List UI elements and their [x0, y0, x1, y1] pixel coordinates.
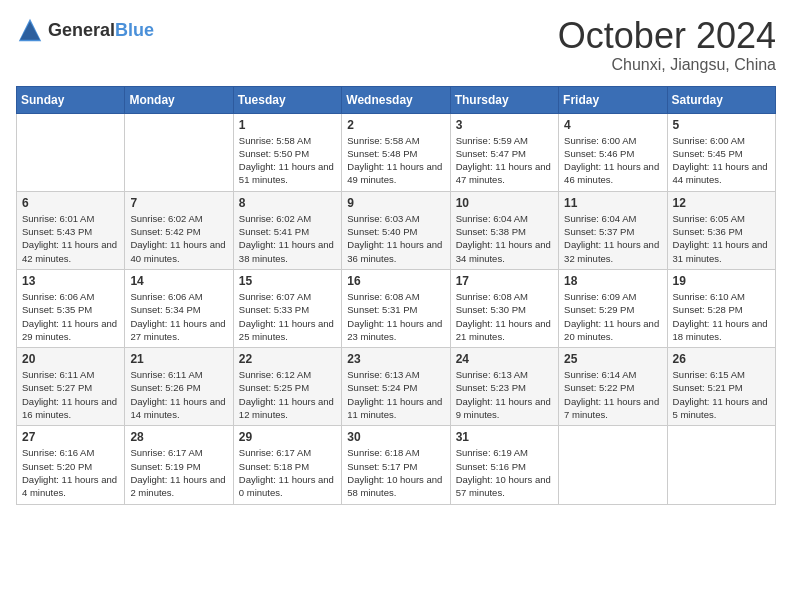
week-row-5: 27Sunrise: 6:16 AMSunset: 5:20 PMDayligh… — [17, 426, 776, 504]
day-number: 15 — [239, 274, 336, 288]
day-info: Sunrise: 6:15 AMSunset: 5:21 PMDaylight:… — [673, 368, 770, 421]
day-info: Sunrise: 6:01 AMSunset: 5:43 PMDaylight:… — [22, 212, 119, 265]
location-subtitle: Chunxi, Jiangsu, China — [558, 56, 776, 74]
day-number: 23 — [347, 352, 444, 366]
day-info: Sunrise: 6:04 AMSunset: 5:38 PMDaylight:… — [456, 212, 553, 265]
day-info: Sunrise: 6:13 AMSunset: 5:23 PMDaylight:… — [456, 368, 553, 421]
table-row — [125, 113, 233, 191]
table-row: 15Sunrise: 6:07 AMSunset: 5:33 PMDayligh… — [233, 269, 341, 347]
day-number: 11 — [564, 196, 661, 210]
day-number: 29 — [239, 430, 336, 444]
day-info: Sunrise: 6:19 AMSunset: 5:16 PMDaylight:… — [456, 446, 553, 499]
table-row: 18Sunrise: 6:09 AMSunset: 5:29 PMDayligh… — [559, 269, 667, 347]
day-info: Sunrise: 6:17 AMSunset: 5:18 PMDaylight:… — [239, 446, 336, 499]
table-row: 14Sunrise: 6:06 AMSunset: 5:34 PMDayligh… — [125, 269, 233, 347]
day-number: 30 — [347, 430, 444, 444]
table-row: 19Sunrise: 6:10 AMSunset: 5:28 PMDayligh… — [667, 269, 775, 347]
table-row: 11Sunrise: 6:04 AMSunset: 5:37 PMDayligh… — [559, 191, 667, 269]
month-title: October 2024 — [558, 16, 776, 56]
day-info: Sunrise: 6:06 AMSunset: 5:35 PMDaylight:… — [22, 290, 119, 343]
day-info: Sunrise: 6:05 AMSunset: 5:36 PMDaylight:… — [673, 212, 770, 265]
week-row-3: 13Sunrise: 6:06 AMSunset: 5:35 PMDayligh… — [17, 269, 776, 347]
day-number: 25 — [564, 352, 661, 366]
table-row: 9Sunrise: 6:03 AMSunset: 5:40 PMDaylight… — [342, 191, 450, 269]
day-number: 2 — [347, 118, 444, 132]
col-monday: Monday — [125, 86, 233, 113]
day-info: Sunrise: 6:02 AMSunset: 5:42 PMDaylight:… — [130, 212, 227, 265]
day-info: Sunrise: 6:00 AMSunset: 5:46 PMDaylight:… — [564, 134, 661, 187]
table-row: 31Sunrise: 6:19 AMSunset: 5:16 PMDayligh… — [450, 426, 558, 504]
col-wednesday: Wednesday — [342, 86, 450, 113]
day-info: Sunrise: 6:10 AMSunset: 5:28 PMDaylight:… — [673, 290, 770, 343]
calendar-header-row: Sunday Monday Tuesday Wednesday Thursday… — [17, 86, 776, 113]
table-row: 27Sunrise: 6:16 AMSunset: 5:20 PMDayligh… — [17, 426, 125, 504]
day-number: 9 — [347, 196, 444, 210]
logo: GeneralBlue — [16, 16, 154, 44]
day-info: Sunrise: 6:14 AMSunset: 5:22 PMDaylight:… — [564, 368, 661, 421]
calendar-table: Sunday Monday Tuesday Wednesday Thursday… — [16, 86, 776, 505]
day-number: 21 — [130, 352, 227, 366]
day-info: Sunrise: 6:08 AMSunset: 5:30 PMDaylight:… — [456, 290, 553, 343]
day-info: Sunrise: 6:16 AMSunset: 5:20 PMDaylight:… — [22, 446, 119, 499]
table-row: 13Sunrise: 6:06 AMSunset: 5:35 PMDayligh… — [17, 269, 125, 347]
day-info: Sunrise: 6:18 AMSunset: 5:17 PMDaylight:… — [347, 446, 444, 499]
table-row: 3Sunrise: 5:59 AMSunset: 5:47 PMDaylight… — [450, 113, 558, 191]
day-info: Sunrise: 6:03 AMSunset: 5:40 PMDaylight:… — [347, 212, 444, 265]
day-number: 10 — [456, 196, 553, 210]
week-row-4: 20Sunrise: 6:11 AMSunset: 5:27 PMDayligh… — [17, 348, 776, 426]
day-number: 31 — [456, 430, 553, 444]
table-row: 25Sunrise: 6:14 AMSunset: 5:22 PMDayligh… — [559, 348, 667, 426]
day-number: 3 — [456, 118, 553, 132]
day-info: Sunrise: 6:13 AMSunset: 5:24 PMDaylight:… — [347, 368, 444, 421]
col-tuesday: Tuesday — [233, 86, 341, 113]
day-number: 22 — [239, 352, 336, 366]
day-info: Sunrise: 6:04 AMSunset: 5:37 PMDaylight:… — [564, 212, 661, 265]
day-info: Sunrise: 6:09 AMSunset: 5:29 PMDaylight:… — [564, 290, 661, 343]
day-info: Sunrise: 6:17 AMSunset: 5:19 PMDaylight:… — [130, 446, 227, 499]
table-row: 8Sunrise: 6:02 AMSunset: 5:41 PMDaylight… — [233, 191, 341, 269]
table-row — [667, 426, 775, 504]
day-info: Sunrise: 6:11 AMSunset: 5:27 PMDaylight:… — [22, 368, 119, 421]
logo-icon — [16, 16, 44, 44]
day-number: 20 — [22, 352, 119, 366]
day-info: Sunrise: 6:00 AMSunset: 5:45 PMDaylight:… — [673, 134, 770, 187]
page-header: GeneralBlue October 2024 Chunxi, Jiangsu… — [16, 16, 776, 74]
day-info: Sunrise: 5:58 AMSunset: 5:50 PMDaylight:… — [239, 134, 336, 187]
day-number: 26 — [673, 352, 770, 366]
day-number: 12 — [673, 196, 770, 210]
table-row — [559, 426, 667, 504]
col-thursday: Thursday — [450, 86, 558, 113]
day-number: 17 — [456, 274, 553, 288]
day-number: 8 — [239, 196, 336, 210]
table-row: 1Sunrise: 5:58 AMSunset: 5:50 PMDaylight… — [233, 113, 341, 191]
table-row: 4Sunrise: 6:00 AMSunset: 5:46 PMDaylight… — [559, 113, 667, 191]
table-row: 28Sunrise: 6:17 AMSunset: 5:19 PMDayligh… — [125, 426, 233, 504]
day-number: 27 — [22, 430, 119, 444]
day-info: Sunrise: 6:11 AMSunset: 5:26 PMDaylight:… — [130, 368, 227, 421]
day-number: 24 — [456, 352, 553, 366]
table-row: 2Sunrise: 5:58 AMSunset: 5:48 PMDaylight… — [342, 113, 450, 191]
table-row: 29Sunrise: 6:17 AMSunset: 5:18 PMDayligh… — [233, 426, 341, 504]
logo-general: GeneralBlue — [48, 20, 154, 41]
day-info: Sunrise: 6:08 AMSunset: 5:31 PMDaylight:… — [347, 290, 444, 343]
table-row: 7Sunrise: 6:02 AMSunset: 5:42 PMDaylight… — [125, 191, 233, 269]
table-row: 26Sunrise: 6:15 AMSunset: 5:21 PMDayligh… — [667, 348, 775, 426]
table-row: 17Sunrise: 6:08 AMSunset: 5:30 PMDayligh… — [450, 269, 558, 347]
table-row: 6Sunrise: 6:01 AMSunset: 5:43 PMDaylight… — [17, 191, 125, 269]
table-row: 23Sunrise: 6:13 AMSunset: 5:24 PMDayligh… — [342, 348, 450, 426]
table-row — [17, 113, 125, 191]
svg-marker-1 — [20, 22, 40, 40]
title-block: October 2024 Chunxi, Jiangsu, China — [558, 16, 776, 74]
table-row: 10Sunrise: 6:04 AMSunset: 5:38 PMDayligh… — [450, 191, 558, 269]
day-number: 19 — [673, 274, 770, 288]
day-number: 14 — [130, 274, 227, 288]
day-number: 16 — [347, 274, 444, 288]
day-number: 1 — [239, 118, 336, 132]
day-info: Sunrise: 5:58 AMSunset: 5:48 PMDaylight:… — [347, 134, 444, 187]
col-friday: Friday — [559, 86, 667, 113]
col-saturday: Saturday — [667, 86, 775, 113]
table-row: 30Sunrise: 6:18 AMSunset: 5:17 PMDayligh… — [342, 426, 450, 504]
table-row: 24Sunrise: 6:13 AMSunset: 5:23 PMDayligh… — [450, 348, 558, 426]
day-number: 6 — [22, 196, 119, 210]
table-row: 21Sunrise: 6:11 AMSunset: 5:26 PMDayligh… — [125, 348, 233, 426]
